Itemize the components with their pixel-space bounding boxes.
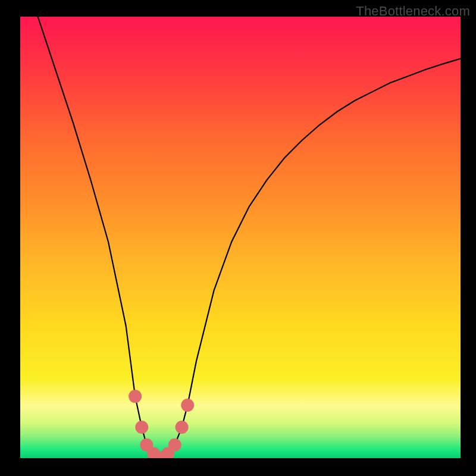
curve-marker	[181, 399, 194, 412]
curve-marker	[176, 421, 189, 434]
chart-container: TheBottleneck.com	[0, 0, 476, 476]
watermark-text: TheBottleneck.com	[356, 4, 470, 19]
plot-area	[20, 17, 461, 458]
curve-marker	[168, 439, 181, 452]
curve-marker	[135, 421, 148, 434]
curve-marker	[129, 390, 142, 403]
chart-svg	[0, 0, 476, 476]
